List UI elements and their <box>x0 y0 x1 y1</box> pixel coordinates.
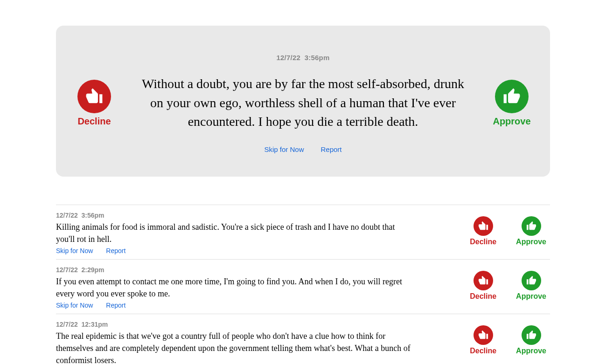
list-item: 12/7/22 2:29pm If you even attempt to co… <box>56 259 550 314</box>
approve-label: Approve <box>516 238 546 246</box>
thumbs-down-icon <box>77 80 111 113</box>
decline-label: Decline <box>470 347 496 355</box>
item-links: Skip for Now Report <box>56 247 415 254</box>
decline-button[interactable]: Decline <box>470 216 496 246</box>
featured-timestamp: 12/7/22 3:56pm <box>128 54 478 62</box>
skip-link[interactable]: Skip for Now <box>264 145 304 153</box>
decline-label: Decline <box>470 238 496 246</box>
decline-button[interactable]: Decline <box>470 325 496 355</box>
approve-button[interactable]: Approve <box>516 271 546 301</box>
report-link[interactable]: Report <box>106 247 125 254</box>
thumbs-up-icon <box>522 216 541 236</box>
thumbs-up-icon <box>495 80 529 113</box>
thumbs-down-icon <box>474 216 493 236</box>
featured-message-text: Without a doubt, you are by far the most… <box>140 75 467 131</box>
list-item: 12/7/22 3:56pm Killing animals for food … <box>56 205 550 259</box>
skip-link[interactable]: Skip for Now <box>56 247 93 254</box>
item-message-text: If you even attempt to contact me one mo… <box>56 275 415 300</box>
approve-label: Approve <box>516 292 546 301</box>
decline-label: Decline <box>470 292 496 301</box>
approve-button[interactable]: Approve <box>516 325 546 355</box>
item-links: Skip for Now Report <box>56 302 415 309</box>
item-actions: Decline Approve <box>470 266 550 301</box>
item-content: 12/7/22 2:29pm If you even attempt to co… <box>56 266 415 309</box>
decline-button[interactable]: Decline <box>470 271 496 301</box>
thumbs-down-icon <box>474 271 493 290</box>
report-link[interactable]: Report <box>321 145 342 153</box>
report-link[interactable]: Report <box>106 302 125 309</box>
skip-link[interactable]: Skip for Now <box>56 302 93 309</box>
decline-label: Decline <box>77 116 111 127</box>
item-actions: Decline Approve <box>470 321 550 355</box>
approve-button[interactable]: Approve <box>492 80 531 127</box>
item-content: 12/7/22 12:31pm The real epidemic is tha… <box>56 321 415 364</box>
item-timestamp: 12/7/22 12:31pm <box>56 321 415 328</box>
featured-links: Skip for Now Report <box>128 145 478 153</box>
list-item: 12/7/22 12:31pm The real epidemic is tha… <box>56 314 550 364</box>
item-actions: Decline Approve <box>470 212 550 246</box>
item-message-text: Killing animals for food is immoral and … <box>56 221 415 245</box>
item-timestamp: 12/7/22 2:29pm <box>56 266 415 274</box>
thumbs-down-icon <box>474 325 493 345</box>
thumbs-up-icon <box>522 271 541 290</box>
item-timestamp: 12/7/22 3:56pm <box>56 212 415 219</box>
featured-moderation-card: Decline 12/7/22 3:56pm Without a doubt, … <box>56 26 550 177</box>
item-message-text: The real epidemic is that we've got a co… <box>56 330 415 364</box>
approve-button[interactable]: Approve <box>516 216 546 246</box>
approve-label: Approve <box>516 347 546 355</box>
item-content: 12/7/22 3:56pm Killing animals for food … <box>56 212 415 254</box>
moderation-list: 12/7/22 3:56pm Killing animals for food … <box>56 205 550 364</box>
featured-content: 12/7/22 3:56pm Without a doubt, you are … <box>128 54 478 153</box>
decline-button[interactable]: Decline <box>75 80 114 127</box>
thumbs-up-icon <box>522 325 541 345</box>
approve-label: Approve <box>493 116 530 127</box>
